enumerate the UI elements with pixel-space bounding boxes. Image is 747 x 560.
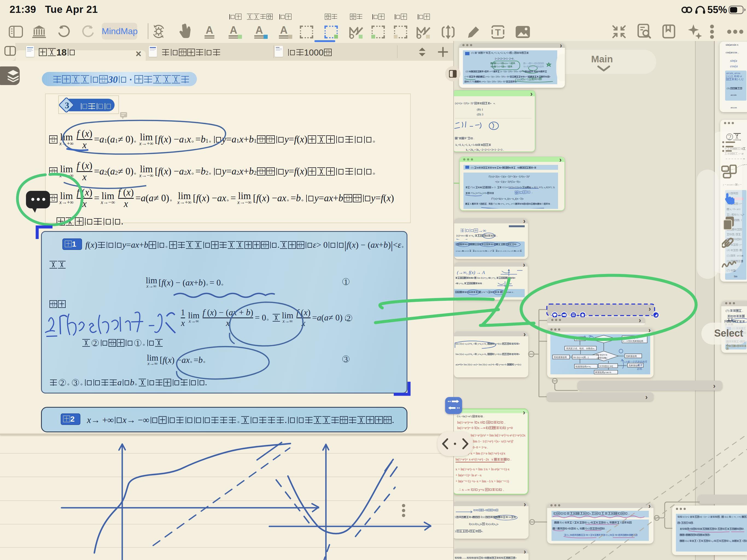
svg-text:无铅直渐近线: 无铅直渐近线 xyxy=(554,356,567,358)
svg-text:55%: 55% xyxy=(707,4,727,15)
svg-text:无斜渐近线: 无斜渐近线 xyxy=(626,355,637,357)
svg-text:D.: D. xyxy=(584,335,586,338)
svg-text:斜渐近线y=ax+b: 斜渐近线y=ax+b xyxy=(595,371,611,374)
svg-text:找无定义点、端点、分段点x₀: 找无定义点、端点、分段点x₀ xyxy=(566,347,594,350)
svg-text:A: A xyxy=(206,25,213,36)
svg-text:A: A xyxy=(230,25,237,36)
svg-text:T: T xyxy=(495,27,501,37)
svg-text:lim f(x)=∞(或…): lim f(x)=∞(或…) xyxy=(573,356,589,358)
svg-text:斜渐: 斜渐 xyxy=(637,364,643,366)
svg-text:近线 .: 近线 . xyxy=(637,367,643,370)
svg-text:x→∞方向无斜渐近线: x→∞方向无斜渐近线 xyxy=(623,340,643,342)
svg-text:b=lim[f(x)−ax]: b=lim[f(x)−ax] xyxy=(600,365,613,367)
svg-text:y=f(x): y=f(x) xyxy=(576,338,582,340)
svg-text:铅直渐近线x=x₀: 铅直渐近线x=x₀ xyxy=(575,365,591,368)
svg-text:a,b有一个不存在则无: a,b有一个不存在则无 xyxy=(624,360,647,363)
svg-text:(非零常数): (非零常数) xyxy=(597,357,607,359)
svg-text:水平渐近线y=A: 水平渐近线y=A xyxy=(623,337,638,339)
svg-text:lim f(x)/x=a: lim f(x)/x=a xyxy=(596,354,607,356)
svg-text:lim f(x)=A: lim f(x)=A xyxy=(596,338,606,340)
svg-text:A: A xyxy=(255,25,263,36)
svg-text:A: A xyxy=(280,25,287,36)
